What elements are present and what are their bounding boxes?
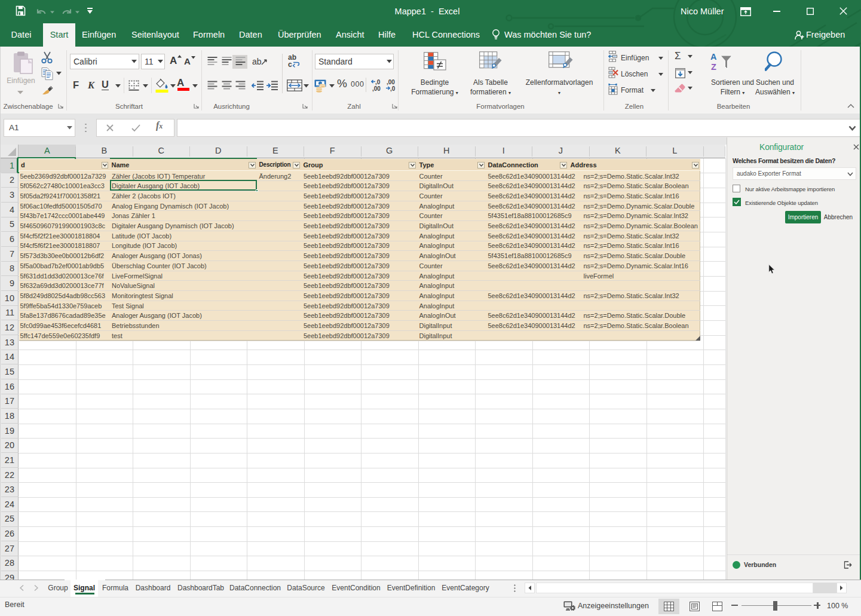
svg-text:,00: ,00	[387, 79, 395, 85]
svg-text:A: A	[710, 52, 717, 62]
svg-text:,00: ,00	[372, 85, 381, 92]
svg-text:c: c	[288, 60, 292, 69]
svg-text:ab: ab	[252, 57, 262, 66]
svg-text:,0: ,0	[390, 85, 396, 92]
svg-text:,0: ,0	[375, 79, 381, 85]
svg-text:Z: Z	[711, 62, 716, 72]
